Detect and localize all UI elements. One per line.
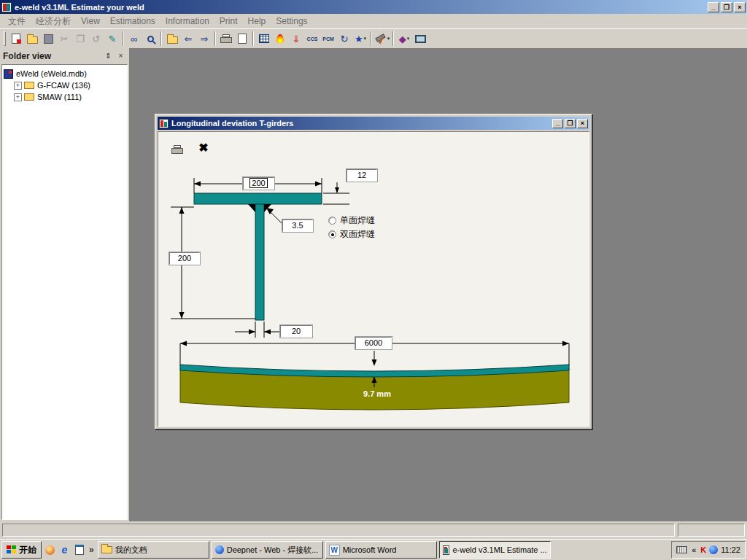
child-window-title: Longitudinal deviation T-girders <box>171 119 551 128</box>
folder-view-panel: Folder view ⇕ × eWeld (eWeld.mdb) + G-FC… <box>0 48 131 521</box>
radio-label: 单面焊缝 <box>340 214 375 227</box>
taskbar-button-label: e-weld v3.1ML Estimate ... <box>452 545 546 554</box>
tree-item-label: SMAW (111) <box>37 93 82 101</box>
app-icon <box>1 2 12 12</box>
ccs-icon[interactable]: CCS <box>304 31 320 47</box>
start-button[interactable]: 开始 <box>1 541 42 559</box>
tree-root-label: eWeld (eWeld.mdb) <box>16 69 87 78</box>
dialog-close-icon[interactable]: ✖ <box>196 141 211 155</box>
folder-view-header: Folder view ⇕ × <box>0 48 129 64</box>
expand-icon[interactable]: + <box>14 93 22 101</box>
close-button[interactable]: × <box>734 2 746 12</box>
pcm-icon[interactable]: PCM <box>320 31 336 47</box>
quick-launch-chevron-icon[interactable]: » <box>88 545 96 555</box>
system-tray: « K 11:22 <box>671 541 746 559</box>
dock-icon[interactable]: ⇕ <box>103 51 114 61</box>
print-preview-icon[interactable] <box>234 31 250 47</box>
keyboard-tray-icon[interactable] <box>676 546 687 553</box>
edit-icon[interactable]: ✎ <box>104 31 120 47</box>
settings-star-icon[interactable]: ★▾ <box>352 31 368 47</box>
taskbar-button-eweld[interactable]: e-weld v3.1ML Estimate ... <box>439 541 551 559</box>
folder-tree: eWeld (eWeld.mdb) + G-FCAW (136) + SMAW … <box>1 64 128 520</box>
status-bar <box>0 521 747 539</box>
menu-file[interactable]: 文件 <box>3 14 31 29</box>
network-tray-icon[interactable] <box>709 545 718 554</box>
tree-item-label: G-FCAW (136) <box>37 81 90 90</box>
computer-icon[interactable] <box>412 31 428 47</box>
flange-width-field[interactable]: 200 <box>243 177 274 190</box>
toolbar-grip[interactable] <box>4 31 6 46</box>
toolbar-separator <box>392 31 394 46</box>
open-icon[interactable] <box>24 31 40 47</box>
windows-logo-icon <box>7 545 17 554</box>
eweld-icon <box>443 545 450 555</box>
back-icon[interactable]: ⇐ <box>180 31 196 47</box>
maximize-button[interactable]: ❐ <box>721 2 732 12</box>
radio-single-side-weld[interactable]: 单面焊缝 <box>328 215 375 225</box>
new-report-icon[interactable] <box>8 31 24 47</box>
t-girder-drawing: ✖ 200 12 3.5 200 <box>158 132 589 426</box>
quick-launch-browser-icon[interactable] <box>44 544 56 556</box>
weld-throat-field[interactable]: 3.5 <box>282 219 313 232</box>
menu-bar: 文件 经济分析 View Estimations Information Pri… <box>0 14 747 28</box>
child-close-button[interactable]: × <box>577 119 588 128</box>
zoom-icon[interactable] <box>142 31 158 47</box>
tree-item-gfcaw[interactable]: + G-FCAW (136) <box>4 79 125 91</box>
refresh-icon[interactable]: ↻ <box>336 31 352 47</box>
copy-icon[interactable]: ❐ <box>72 31 88 47</box>
taskbar-button-deepnet[interactable]: Deepnet - Web - 焊接软... <box>212 541 323 559</box>
child-window-icon <box>159 119 169 128</box>
span-length-field[interactable]: 6000 <box>355 337 392 349</box>
menu-estimations[interactable]: Estimations <box>105 15 160 28</box>
taskbar-button-label: Microsoft Word <box>343 545 397 554</box>
quick-launch-document-icon[interactable] <box>73 544 85 556</box>
folder-up-icon[interactable] <box>164 31 180 47</box>
minimize-button[interactable]: _ <box>708 2 719 12</box>
quick-launch-ie-icon[interactable]: e <box>58 544 71 556</box>
folder-view-title: Folder view <box>3 51 101 61</box>
app-window: e-weld v3.1ML Estimate your weld _ ❐ × 文… <box>0 0 747 560</box>
layers-icon[interactable]: ◆▾ <box>396 31 412 47</box>
menu-print[interactable]: Print <box>214 15 243 28</box>
forward-icon[interactable]: ⇒ <box>196 31 212 47</box>
menu-information[interactable]: Information <box>160 15 214 28</box>
child-title-bar[interactable]: Longitudinal deviation T-girders _ ❐ × <box>158 117 589 130</box>
radio-icon[interactable] <box>328 217 336 225</box>
flange-thickness-field[interactable]: 12 <box>347 169 377 182</box>
status-cell-main <box>2 524 675 537</box>
folder-icon <box>24 93 34 101</box>
expand-icon[interactable]: + <box>14 82 22 90</box>
database-icon <box>4 69 13 79</box>
menu-economic-analysis[interactable]: 经济分析 <box>31 14 76 29</box>
folder-view-close-icon[interactable]: × <box>115 51 126 61</box>
word-icon: W <box>329 545 340 556</box>
cut-icon[interactable]: ✂ <box>56 31 72 47</box>
menu-help[interactable]: Help <box>243 15 271 28</box>
web-thickness-field[interactable]: 20 <box>280 325 312 338</box>
tree-root-item[interactable]: eWeld (eWeld.mdb) <box>4 68 125 79</box>
child-minimize-button[interactable]: _ <box>552 119 563 128</box>
taskbar-button-word[interactable]: W Microsoft Word <box>325 541 437 559</box>
menu-view[interactable]: View <box>76 15 105 28</box>
toolbar-separator <box>252 31 254 46</box>
table-icon[interactable] <box>256 31 272 47</box>
tools-icon[interactable]: ▾ <box>374 31 390 47</box>
tree-item-smaw[interactable]: + SMAW (111) <box>4 91 125 103</box>
export-icon[interactable]: ⇓ <box>288 31 304 47</box>
toolbar-separator <box>160 31 162 46</box>
save-icon[interactable] <box>40 31 56 47</box>
dialog-print-icon[interactable] <box>169 142 186 157</box>
radio-icon[interactable] <box>328 230 336 238</box>
taskbar-button-my-documents[interactable]: 我的文档 <box>98 541 209 559</box>
menu-settings[interactable]: Settings <box>271 15 312 28</box>
flame-icon[interactable] <box>272 31 288 47</box>
print-icon[interactable] <box>218 31 234 47</box>
link-icon[interactable]: ∞ <box>126 31 142 47</box>
child-maximize-button[interactable]: ❐ <box>565 119 576 128</box>
radio-double-side-weld[interactable]: 双面焊缝 <box>328 229 375 239</box>
ime-tray-icon[interactable]: K <box>700 545 706 554</box>
tray-chevron-icon[interactable]: « <box>690 545 697 554</box>
web-height-field[interactable]: 200 <box>169 252 200 265</box>
toolbar-separator <box>214 31 216 46</box>
undo-icon[interactable]: ↺ <box>88 31 104 47</box>
